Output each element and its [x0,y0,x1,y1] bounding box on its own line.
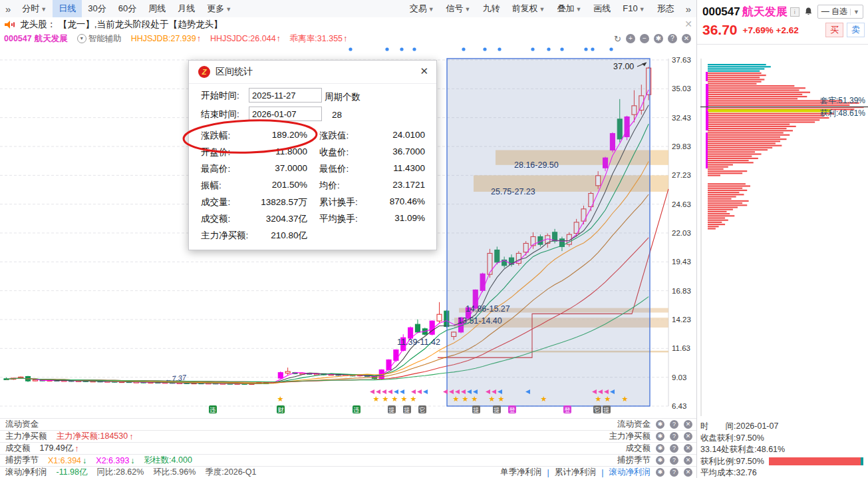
tab-period-1[interactable]: 日线 [53,0,82,17]
indicator-row-name: 流动资金 [617,419,651,430]
indicator-row-label: 成交额 [5,443,31,454]
indicator-row-value: 同比:28.62% [97,467,144,478]
tool-menu-3[interactable]: 前复权▼ [506,0,551,17]
stat-label: 均价: [319,180,340,192]
flag-icon [400,389,404,394]
gear-icon[interactable]: ✱ [656,432,664,441]
sell-button[interactable]: 卖 [847,23,865,37]
gear-icon[interactable]: ✱ [654,34,663,43]
refresh-icon[interactable]: ↻ [614,34,621,44]
tool-menu-2[interactable]: 九转 [476,0,506,17]
gear-icon[interactable]: ✱ [656,456,664,465]
stat-value: 36.7000 [347,146,425,156]
star-icon: ★ [489,395,496,403]
profit-tab-0[interactable]: 单季净利润 [500,467,542,478]
gear-icon[interactable]: ✱ [656,444,664,453]
bell-icon[interactable] [803,7,813,17]
help-icon[interactable]: ? [670,432,678,441]
signal-dot [584,47,587,51]
profit-tab-1[interactable]: 累计净利润 [555,467,597,478]
signal-dot [400,47,403,51]
zoom-out-icon[interactable]: − [640,34,649,43]
quote-name: 航天发展 [742,4,788,19]
flag-icon [423,389,428,394]
help-icon[interactable]: ? [670,444,678,453]
signal-dot [531,47,534,51]
tab-period-2[interactable]: 30分 [82,0,112,17]
tool-menu-6[interactable]: F10▼ [617,0,651,17]
close-icon[interactable]: ✕ [684,420,692,429]
indicator-row-value: -11.98亿 [57,467,88,478]
collapse-right-icon[interactable]: » [680,3,696,15]
dialog-close-icon[interactable]: ✕ [420,65,428,77]
svg-text:14.23: 14.23 [672,316,691,324]
help-icon[interactable]: ? [670,468,678,477]
stat-row: 成交量:13828.57万累计换手:870.46% [189,194,436,210]
selection-region[interactable] [447,59,650,406]
gear-icon[interactable]: ✱ [656,468,664,477]
indicator-row-label: 流动资金 [5,419,39,430]
help-icon[interactable]: ? [668,34,677,43]
tab-period-6[interactable]: 更多▼ [201,0,237,17]
chip-bars [708,64,864,230]
star-icon: ★ [453,395,460,403]
star-icon: ★ [382,395,389,403]
buy-button[interactable]: 买 [825,23,843,37]
stat-label: 涨跌值: [319,130,349,142]
stock-name: 航天发展 [35,33,68,45]
event-badges: 违财违提提它提提登登它提 [209,405,611,413]
indicator-values: HHJSJDB:27.939↑HHJSJDC:26.044↑乖离率:31.355… [122,33,348,45]
quote-code: 000547 [702,5,740,19]
tool-menu-7[interactable]: 形态 [651,0,680,17]
collapse-left-icon[interactable]: » [0,3,16,15]
indicator-row-0: 流动资金流动资金✱?✕ [0,418,696,430]
tab-period-0[interactable]: 分时▼ [16,0,53,17]
close-icon[interactable]: ✕ [684,456,692,465]
up-arrow-icon: ↑ [74,444,78,453]
profit-tab-2[interactable]: 滚动净利润 [609,467,651,478]
tab-period-4[interactable]: 周线 [142,0,172,17]
tab-period-3[interactable]: 60分 [112,0,142,17]
star-icon: ★ [410,395,417,403]
tool-menu-1[interactable]: 信号▼ [440,0,477,17]
chip-info-row: 时 间:2026-01-07 [700,421,867,433]
message-close-icon[interactable]: ✕ [684,19,692,29]
svg-text:提: 提 [494,407,500,413]
message-bar: 龙头股： 【龙一】,当前龙头阶段处于【趋势龙头】 ✕ [0,17,696,32]
stat-row: 最高价:37.0000最低价:11.4300 [189,160,436,177]
tool-menu-5[interactable]: 画线 [587,0,617,17]
indicator-row-value: 季度:2026-Q1 [205,467,256,478]
gear-icon[interactable]: ✱ [656,420,664,429]
stat-value: 37.0000 [229,163,307,173]
start-date-input[interactable] [249,88,322,103]
profit-ratio-bar [769,457,863,465]
chip-info-row: 平均成本:32.76 [700,467,867,478]
flag-icon [370,389,374,394]
watchlist-button[interactable]: — 自选▼ [817,5,863,19]
stat-label: 涨跌幅: [201,130,230,142]
info-icon[interactable]: i [790,7,799,17]
price-range-marker [706,132,708,168]
zoom-in-icon[interactable]: + [626,34,635,43]
smart-assist-toggle[interactable]: ▼ 智能辅助 [77,33,122,45]
tab-period-5[interactable]: 月线 [172,0,201,17]
help-icon[interactable]: ? [670,420,678,429]
signal-dot [560,47,563,51]
end-date-input[interactable] [249,107,322,121]
svg-text:登: 登 [565,407,571,413]
help-icon[interactable]: ? [670,456,678,465]
close-icon[interactable]: ✕ [684,432,692,441]
dialog-titlebar[interactable]: Z 区间统计 ✕ [189,61,436,84]
tool-menu-4[interactable]: 叠加▼ [551,0,587,17]
signal-dot [498,47,501,51]
message-text: 龙头股： 【龙一】,当前龙头阶段处于【趋势龙头】 [20,19,223,31]
quote-header: 000547 航天发展 i — 自选▼ 36.70 +7.69% +2.62 买… [697,0,868,45]
svg-text:提: 提 [473,407,480,413]
close-icon[interactable]: ✕ [682,34,691,43]
tool-menu-0[interactable]: 交易▼ [404,0,440,17]
close-icon[interactable]: ✕ [684,444,692,453]
chip-info-row: 收盘获利:97.50% [700,433,867,445]
svg-text:25.75-27.23: 25.75-27.23 [491,187,535,196]
app-logo-icon: Z [198,66,210,78]
close-icon[interactable]: ✕ [684,468,692,477]
